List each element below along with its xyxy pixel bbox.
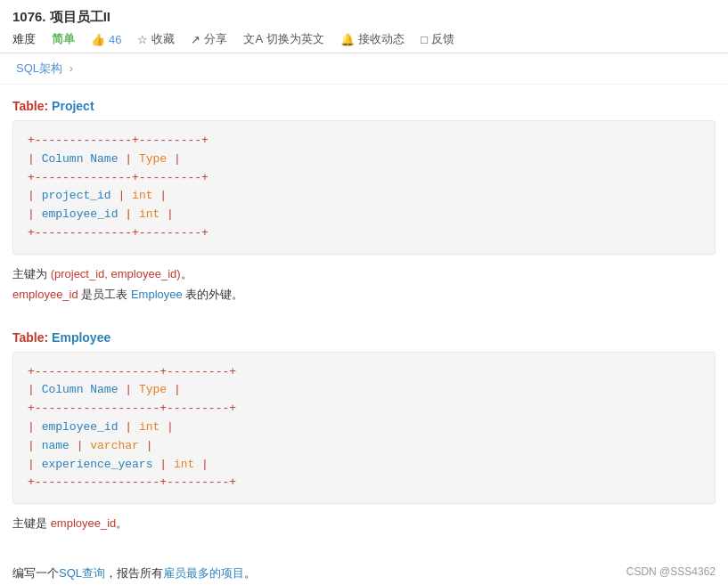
watermark: CSDN @SSS4362	[626, 565, 716, 578]
employee-table-name: Employee	[52, 330, 110, 345]
project-header: | Column Name | Type |	[28, 150, 700, 169]
project-sep-bot: +--------------+---------+	[28, 224, 700, 243]
feedback-icon: □	[421, 33, 428, 46]
title-text: 1076. 项目员工II	[12, 9, 110, 24]
bell-icon: 🔔	[340, 33, 355, 46]
employee-notes: 主键是 employee_id。	[12, 513, 716, 533]
header: 1076. 项目员工II 难度 简单 👍 46 ☆ 收藏 ↗ 分享 文A 切换为…	[0, 0, 728, 53]
breadcrumb-arrow: ›	[70, 61, 73, 75]
difficulty-label: 难度	[12, 31, 36, 47]
notify-button[interactable]: 🔔 接收动态	[340, 31, 405, 47]
project-pk-highlight: (project_id, employee_id)	[51, 267, 181, 280]
question-line1: 编写一个SQL查询，报告所有雇员最多的项目。	[12, 563, 716, 585]
section-gap-1	[12, 316, 716, 325]
collect-label: 收藏	[151, 31, 175, 47]
like-count: 46	[109, 33, 121, 46]
most-employees-highlight: 雇员最多的项目	[163, 566, 244, 580]
star-icon: ☆	[137, 33, 148, 46]
share-icon: ↗	[191, 33, 200, 46]
employee-row-1: | employee_id | int |	[28, 418, 700, 437]
page-title: 1076. 项目员工II	[12, 9, 716, 26]
share-button[interactable]: ↗ 分享	[191, 31, 227, 47]
feedback-button[interactable]: □ 反馈	[421, 31, 454, 47]
employee-row-2: | name | varchar |	[28, 437, 700, 456]
employee-row-3: | experience_years | int |	[28, 456, 700, 475]
employee-sep-top: +------------------+---------+	[28, 363, 700, 382]
project-table-code: +--------------+---------+ | Column Name…	[12, 120, 716, 255]
collect-button[interactable]: ☆ 收藏	[137, 31, 175, 47]
difficulty-value[interactable]: 简单	[52, 31, 75, 47]
project-notes: 主键为 (project_id, employee_id)。 employee_…	[12, 264, 716, 305]
project-sep-top: +--------------+---------+	[28, 132, 700, 150]
employee-header: | Column Name | Type |	[28, 381, 700, 400]
project-note-1: 主键为 (project_id, employee_id)。	[12, 264, 716, 284]
project-table-name: Project	[52, 99, 94, 113]
switch-lang-button[interactable]: 文A 切换为英文	[243, 31, 324, 47]
employee-sep-bot: +------------------+---------+	[28, 474, 700, 492]
project-sep-mid: +--------------+---------+	[28, 169, 700, 188]
table-keyword-1: Table:	[12, 99, 48, 113]
project-table-label: Table: Project	[12, 99, 716, 113]
feedback-label: 反馈	[431, 31, 454, 47]
project-note-2: employee_id 是员工表 Employee 表的外键。	[12, 284, 716, 305]
employee-table-code: +------------------+---------+ | Column …	[12, 352, 716, 505]
table-keyword-2: Table:	[12, 330, 48, 345]
like-icon: 👍	[91, 33, 105, 46]
share-label: 分享	[204, 31, 227, 47]
employee-table-ref: Employee	[131, 288, 183, 301]
employee-table-label: Table: Employee	[12, 330, 716, 345]
employee-note-1: 主键是 employee_id。	[12, 513, 716, 533]
bottom-section: 编写一个SQL查询，报告所有雇员最多的项目。 查询结果格式如下所示：	[0, 554, 728, 585]
like-button[interactable]: 👍 46	[91, 33, 121, 46]
switch-lang-label: 切换为英文	[266, 31, 324, 47]
project-row-2: | employee_id | int |	[28, 206, 700, 224]
employee-sep-mid: +------------------+---------+	[28, 400, 700, 418]
breadcrumb-text[interactable]: SQL架构	[16, 61, 62, 75]
employee-id-highlight: employee_id	[12, 288, 78, 301]
main-content: Table: Project +--------------+---------…	[0, 85, 728, 554]
notify-label: 接收动态	[358, 31, 405, 47]
project-row-1: | project_id | int |	[28, 187, 700, 206]
toolbar: 难度 简单 👍 46 ☆ 收藏 ↗ 分享 文A 切换为英文 🔔 接收动态 □ 反…	[12, 31, 716, 47]
translate-icon: 文A	[243, 31, 263, 47]
sql-query-highlight: SQL查询	[59, 566, 105, 580]
breadcrumb[interactable]: SQL架构 ›	[0, 53, 728, 85]
employee-pk-highlight: employee_id	[51, 516, 117, 530]
